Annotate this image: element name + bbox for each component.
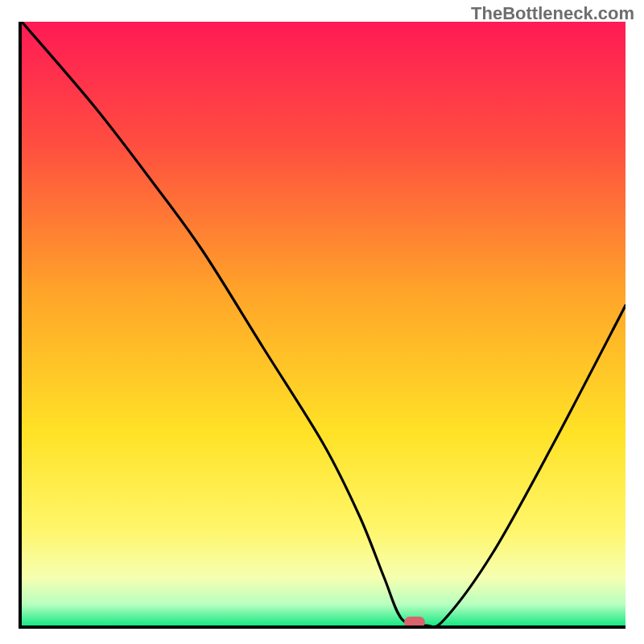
plot-area [19, 22, 625, 629]
optimum-marker [404, 617, 425, 628]
chart-frame: TheBottleneck.com [0, 0, 644, 644]
bottleneck-curve [22, 22, 625, 625]
